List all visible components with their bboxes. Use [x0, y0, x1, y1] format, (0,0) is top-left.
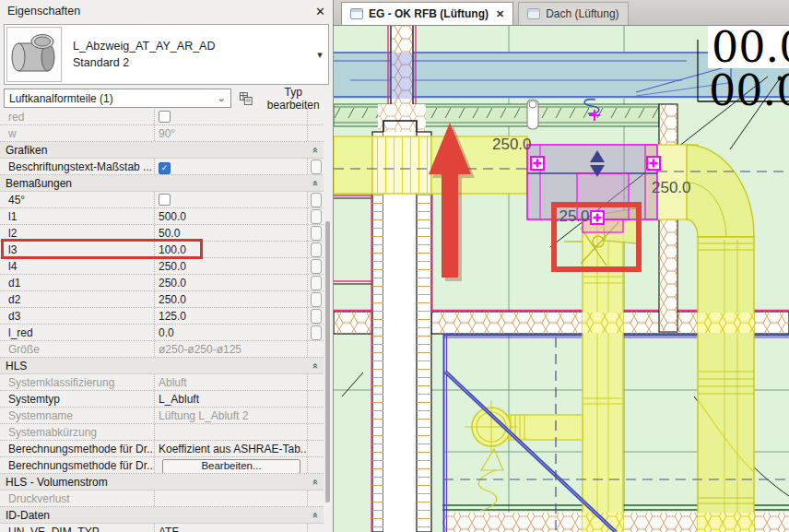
property-label: Berechnungsmethode für Dr... [0, 441, 155, 456]
property-row: d1250.0 [0, 275, 324, 291]
property-row: Systemabkürzung [0, 424, 324, 441]
floor-plan-view[interactable]: 250.0 250.0 125.0 00.0 00.0 [334, 26, 789, 532]
associate-parameter-button[interactable] [311, 276, 322, 290]
associate-parameter-button[interactable] [311, 325, 322, 340]
assoc-cell [308, 491, 324, 506]
associate-parameter-button[interactable] [311, 242, 322, 257]
property-value[interactable]: 250.0 [155, 258, 308, 274]
assoc-cell [308, 159, 324, 174]
property-label: l2 [0, 225, 155, 241]
section-header[interactable]: HLS» [0, 358, 324, 374]
section-header[interactable]: ID-Daten» [0, 507, 324, 524]
property-label: Berechnungsmethode für Dr... [0, 457, 155, 473]
associate-parameter-button[interactable] [311, 292, 322, 307]
panel-title-text: Eigenschaften [7, 5, 80, 18]
property-row: l1500.0 [0, 208, 324, 225]
property-value[interactable]: Koeffizient aus ASHRAE-Tab... [155, 441, 308, 456]
collapse-icon[interactable]: » [307, 363, 322, 369]
property-value[interactable]: L_Abluft [155, 391, 308, 407]
tab-eg-ok-rfb[interactable]: EG - OK RFB (Lüftung) ✕ [341, 2, 513, 25]
revit-window: Eigenschaften ✕ L_Abzweig_AT_AY_AR_AD St [0, 0, 789, 532]
tab-label: EG - OK RFB (Lüftung) [369, 7, 489, 20]
property-value [155, 109, 308, 124]
chevron-down-icon: ⌄ [218, 92, 226, 104]
section-label: Grafiken [6, 143, 47, 158]
property-value[interactable]: ✓ [155, 159, 308, 174]
edit-type-button[interactable]: Typ bearbeiten [239, 86, 329, 112]
property-value[interactable]: 50.0 [155, 225, 308, 241]
associate-parameter-button[interactable] [311, 259, 322, 274]
property-value[interactable]: 0.0 [155, 325, 308, 340]
property-value[interactable]: 100.0 [155, 242, 308, 257]
property-label: d1 [0, 275, 155, 290]
assoc-cell [308, 524, 324, 532]
property-value[interactable] [155, 192, 308, 207]
property-label: Größe [0, 341, 155, 357]
property-row: 45° [0, 192, 324, 208]
section-label: ID-Daten [6, 508, 50, 523]
property-value[interactable]: 250.0 [155, 291, 308, 307]
filter-row: Luftkanalformteile (1) ⌄ Typ bearbeiten [4, 89, 329, 108]
tab-dach[interactable]: Dach (Lüftung) [518, 2, 628, 25]
property-label: w [0, 125, 155, 141]
assoc-cell [308, 291, 324, 307]
collapse-icon[interactable]: » [307, 479, 322, 485]
collapse-icon[interactable]: » [307, 181, 322, 186]
associate-parameter-button[interactable] [311, 193, 322, 207]
close-icon[interactable]: ✕ [315, 5, 325, 18]
assoc-cell [308, 192, 324, 207]
property-label: UN_VE_DIM_TYP [0, 524, 155, 532]
assoc-cell [308, 275, 324, 290]
section-label: HLS - Volumenstrom [6, 475, 108, 490]
property-label: 45° [0, 192, 155, 207]
property-label: red [0, 109, 155, 124]
element-filter-select[interactable]: Luftkanalformteile (1) ⌄ [4, 89, 231, 108]
property-row: SystemklassifizierungAbluft [0, 374, 324, 391]
collapse-icon[interactable]: » [307, 513, 322, 518]
property-row: UN_VE_DIM_TYPATF [0, 524, 324, 532]
property-label: Systemtyp [0, 391, 155, 407]
scrollbar-thumb[interactable] [325, 221, 330, 502]
associate-parameter-button[interactable] [311, 160, 322, 174]
property-label: d2 [0, 291, 155, 307]
property-row: Beschriftungstext-Maßstab ...✓ [0, 159, 324, 175]
property-value [155, 491, 308, 506]
family-preview-image [6, 27, 62, 82]
properties-panel: Eigenschaften ✕ L_Abzweig_AT_AY_AR_AD St [0, 0, 334, 532]
property-value[interactable]: Bearbeiten... [155, 457, 308, 473]
property-value: 90° [155, 125, 308, 141]
property-label: Systemklassifizierung [0, 374, 155, 390]
property-value[interactable]: 500.0 [155, 208, 308, 224]
property-value[interactable]: ATF [155, 524, 308, 532]
checkbox[interactable]: ✓ [159, 162, 171, 174]
associate-parameter-button[interactable] [311, 226, 322, 241]
assoc-cell [308, 374, 324, 390]
section-header[interactable]: Bemaßungen» [0, 175, 324, 192]
section-header[interactable]: Grafiken» [0, 142, 324, 159]
property-value[interactable]: 250.0 [155, 275, 308, 290]
property-label: Beschriftungstext-Maßstab ... [0, 159, 155, 174]
associate-parameter-button[interactable] [311, 209, 322, 224]
chevron-down-icon[interactable]: ▾ [312, 49, 328, 61]
property-label: d3 [0, 308, 155, 324]
checkbox[interactable] [159, 194, 171, 206]
property-label: Systemname [0, 408, 155, 423]
property-row: d3125.0 [0, 308, 324, 325]
property-value[interactable]: 125.0 [155, 308, 308, 324]
type-name: Standard 2 [73, 54, 312, 71]
close-icon[interactable]: ✕ [496, 8, 504, 20]
property-grid: redw90°Grafiken»Beschriftungstext-Maßsta… [0, 109, 324, 532]
view-icon [527, 8, 540, 19]
associate-parameter-button[interactable] [311, 309, 322, 324]
property-value: Abluft [155, 374, 308, 390]
collapse-icon[interactable]: » [307, 148, 322, 153]
assoc-cell [308, 125, 324, 141]
property-row: l250.0 [0, 225, 324, 242]
section-header[interactable]: HLS - Volumenstrom» [0, 474, 324, 491]
type-selector[interactable]: L_Abzweig_AT_AY_AR_AD Standard 2 ▾ [4, 24, 329, 85]
bearbeiten-button[interactable]: Bearbeiten... [162, 459, 300, 474]
edit-type-icon [239, 91, 253, 106]
assoc-cell [308, 109, 324, 124]
assoc-cell [308, 258, 324, 274]
drawing-canvas[interactable]: 250.0 250.0 125.0 00.0 00.0 [334, 26, 789, 532]
